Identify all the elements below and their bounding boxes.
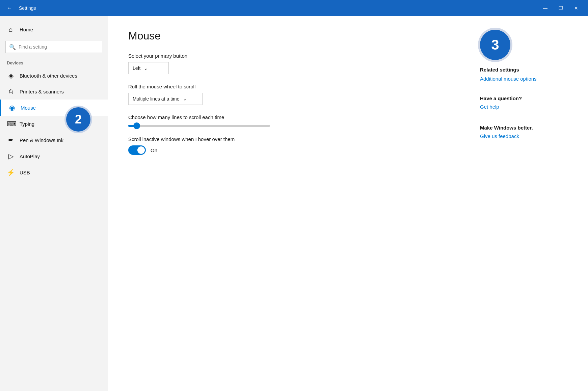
search-box[interactable]: 🔍 <box>5 41 102 53</box>
step3-badge: 3 <box>480 30 510 60</box>
scroll-value: Multiple lines at a time <box>133 96 180 102</box>
have-a-question-title: Have a question? <box>480 95 568 101</box>
related-settings-title: Related settings <box>480 67 568 73</box>
maximize-button[interactable]: ❐ <box>553 0 568 16</box>
step3-number: 3 <box>491 37 499 53</box>
lines-label: Choose how many lines to scroll each tim… <box>128 114 460 120</box>
app-title: Settings <box>19 5 537 11</box>
slider-thumb[interactable] <box>133 122 140 129</box>
home-label: Home <box>20 27 33 32</box>
sidebar-label-printers: Printers & scanners <box>20 89 64 94</box>
inactive-scroll-label: Scroll inactive windows when I hover ove… <box>128 136 460 142</box>
step2-number: 2 <box>75 112 82 127</box>
sidebar-item-home[interactable]: ⌂ Home <box>0 22 108 37</box>
sidebar-item-bluetooth[interactable]: ◈ Bluetooth & other devices <box>0 67 108 84</box>
give-feedback-link[interactable]: Give us feedback <box>480 133 568 139</box>
autoplay-icon: ▷ <box>7 152 15 160</box>
sidebar-label-usb: USB <box>20 170 30 175</box>
scroll-dropdown[interactable]: Multiple lines at a time ⌄ <box>128 93 203 105</box>
chevron-down-icon: ⌄ <box>144 65 148 71</box>
sidebar-item-autoplay[interactable]: ▷ AutoPlay <box>0 148 108 164</box>
back-icon: ← <box>7 5 12 11</box>
primary-button-label: Select your primary button <box>128 53 460 59</box>
make-windows-better-title: Make Windows better. <box>480 125 568 131</box>
sidebar: ⌂ Home 🔍 Devices ◈ Bluetooth & other dev… <box>0 16 108 391</box>
sidebar-item-pen[interactable]: ✒ Pen & Windows Ink <box>0 132 108 148</box>
step2-annotation-badge: 2 <box>66 107 90 132</box>
sidebar-item-printers[interactable]: ⎙ Printers & scanners <box>0 84 108 100</box>
sidebar-label-bluetooth: Bluetooth & other devices <box>20 73 77 79</box>
window-controls: — ❐ ✕ <box>537 0 584 16</box>
sidebar-item-typing[interactable]: ⌨ Typing <box>0 116 108 132</box>
toggle-knob <box>137 146 145 154</box>
home-icon: ⌂ <box>7 26 15 33</box>
search-icon: 🔍 <box>9 44 16 50</box>
sidebar-label-mouse: Mouse <box>21 105 36 111</box>
toggle-state-label: On <box>151 147 157 153</box>
sidebar-item-mouse[interactable]: ◉ Mouse <box>0 100 108 116</box>
minimize-button[interactable]: — <box>537 0 553 16</box>
divider-2 <box>480 118 568 118</box>
additional-mouse-options-link[interactable]: Additional mouse options <box>480 76 568 82</box>
sidebar-label-pen: Pen & Windows Ink <box>20 137 63 143</box>
mouse-icon: ◉ <box>8 104 16 112</box>
close-button[interactable]: ✕ <box>568 0 584 16</box>
bluetooth-icon: ◈ <box>7 72 15 80</box>
printer-icon: ⎙ <box>7 88 15 95</box>
scroll-lines-slider-container <box>128 125 460 127</box>
titlebar: ← Settings — ❐ ✕ <box>0 0 588 16</box>
inactive-scroll-toggle[interactable] <box>128 145 146 155</box>
typing-icon: ⌨ <box>7 120 15 128</box>
primary-button-value: Left <box>133 65 140 71</box>
divider-1 <box>480 90 568 90</box>
sidebar-label-autoplay: AutoPlay <box>20 153 40 159</box>
slider-track <box>128 125 270 127</box>
primary-button-dropdown[interactable]: Left ⌄ <box>128 62 169 74</box>
back-button[interactable]: ← <box>4 3 15 13</box>
sidebar-item-usb[interactable]: ⚡ USB <box>0 164 108 180</box>
usb-icon: ⚡ <box>7 168 15 176</box>
inactive-scroll-toggle-row: On <box>128 145 460 155</box>
pen-icon: ✒ <box>7 136 15 144</box>
sidebar-label-typing: Typing <box>20 121 34 127</box>
get-help-link[interactable]: Get help <box>480 104 568 110</box>
app-body: ⌂ Home 🔍 Devices ◈ Bluetooth & other dev… <box>0 16 588 391</box>
content-left: Mouse Select your primary button Left ⌄ … <box>128 30 460 378</box>
main-content: Mouse Select your primary button Left ⌄ … <box>108 16 588 391</box>
scroll-label: Roll the mouse wheel to scroll <box>128 84 460 89</box>
search-input[interactable] <box>19 44 99 50</box>
chevron-down-icon-2: ⌄ <box>183 96 187 102</box>
content-right: 3 Related settings Additional mouse opti… <box>480 30 568 378</box>
sidebar-section-devices: Devices <box>0 58 108 67</box>
page-title: Mouse <box>128 30 460 42</box>
